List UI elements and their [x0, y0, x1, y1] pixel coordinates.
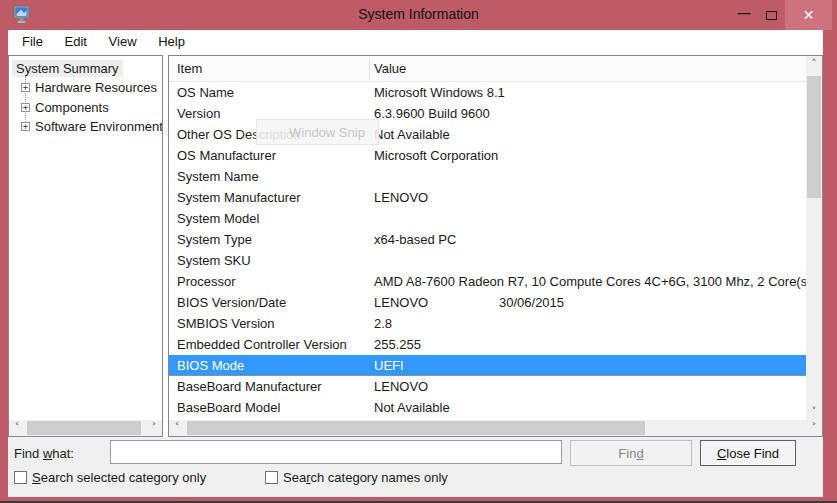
menu-view[interactable]: View: [100, 30, 146, 55]
titlebar[interactable]: System Information — ✕: [0, 0, 837, 30]
scrollbar-thumb[interactable]: [187, 421, 645, 435]
client-area: File Edit View Help System Summary + Har…: [8, 30, 823, 497]
checkbox-unchecked-icon[interactable]: [14, 471, 27, 484]
menu-edit[interactable]: Edit: [56, 30, 96, 55]
menu-help[interactable]: Help: [149, 30, 194, 55]
table-row[interactable]: ProcessorAMD A8-7600 Radeon R7, 10 Compu…: [169, 271, 806, 292]
expand-plus-icon[interactable]: +: [21, 103, 30, 112]
column-header-value[interactable]: Value: [374, 61, 406, 76]
scroll-left-icon[interactable]: ˂: [169, 420, 185, 436]
table-row[interactable]: System Name: [169, 166, 806, 187]
scroll-down-icon[interactable]: ˅: [806, 404, 822, 420]
tree-item-software-environment[interactable]: + Software Environment: [9, 119, 162, 136]
find-panel: Find what: Find Close Find Search select…: [8, 437, 823, 497]
find-input[interactable]: [110, 440, 562, 464]
snip-tooltip-ghost: Window Snip: [256, 119, 379, 145]
table-row[interactable]: BaseBoard ModelNot Available: [169, 397, 806, 418]
tree-horizontal-scrollbar[interactable]: ˂ ˃: [9, 420, 162, 436]
tree-item-hardware-resources[interactable]: + Hardware Resources: [9, 80, 162, 97]
scroll-left-icon[interactable]: ˂: [9, 420, 25, 436]
scroll-right-icon[interactable]: ˃: [806, 420, 822, 436]
menu-file[interactable]: File: [13, 30, 52, 55]
minimize-icon: —: [738, 5, 749, 20]
tree-item-components[interactable]: + Components: [9, 100, 162, 117]
close-button[interactable]: ✕: [785, 0, 832, 30]
table-row[interactable]: Embedded Controller Version255.255: [169, 334, 806, 355]
details-horizontal-scrollbar[interactable]: ˂ ˃: [169, 420, 822, 436]
expand-plus-icon[interactable]: +: [21, 83, 30, 92]
table-row[interactable]: SMBIOS Version2.8: [169, 313, 806, 334]
close-find-button[interactable]: Close Find: [700, 440, 796, 466]
details-pane: Item Value Window Snip OS NameMicrosoft …: [168, 55, 823, 437]
table-row[interactable]: BaseBoard ManufacturerLENOVO: [169, 376, 806, 397]
menu-bar: File Edit View Help: [8, 30, 823, 55]
column-separator[interactable]: [369, 59, 370, 79]
scroll-up-icon[interactable]: ˄: [806, 56, 822, 72]
table-row-selected[interactable]: BIOS ModeUEFI: [169, 355, 806, 376]
column-header-item[interactable]: Item: [177, 61, 202, 76]
category-tree-pane: System Summary + Hardware Resources + Co…: [8, 55, 163, 437]
search-selected-category-option[interactable]: Search selected category only: [14, 470, 206, 488]
maximize-button[interactable]: [757, 0, 785, 30]
table-row[interactable]: System ManufacturerLENOVO: [169, 187, 806, 208]
minimize-button[interactable]: —: [729, 0, 757, 30]
system-information-window: System Information — ✕ File Edit View He…: [0, 0, 837, 503]
checkbox-unchecked-icon[interactable]: [265, 471, 278, 484]
scrollbar-thumb[interactable]: [807, 76, 821, 198]
table-row[interactable]: System SKU: [169, 250, 806, 271]
table-row[interactable]: BIOS Version/DateLENOVO30/06/2015: [169, 292, 806, 313]
find-what-label: Find what:: [14, 446, 74, 461]
table-row[interactable]: System Typex64-based PC: [169, 229, 806, 250]
tree-item-system-summary[interactable]: System Summary: [12, 60, 123, 77]
maximize-icon: [766, 11, 777, 20]
table-row[interactable]: OS NameMicrosoft Windows 8.1: [169, 82, 806, 103]
table-row[interactable]: OS ManufacturerMicrosoft Corporation: [169, 145, 806, 166]
table-row[interactable]: System Model: [169, 208, 806, 229]
details-vertical-scrollbar[interactable]: ˄ ˅: [806, 56, 822, 420]
window-title: System Information: [0, 6, 837, 22]
close-icon: ✕: [803, 7, 815, 23]
scroll-right-icon[interactable]: ˃: [146, 420, 162, 436]
scrollbar-thumb[interactable]: [27, 421, 141, 435]
expand-plus-icon[interactable]: +: [21, 122, 30, 131]
table-header: Item Value: [169, 56, 806, 82]
find-button[interactable]: Find: [570, 440, 692, 466]
search-category-names-option[interactable]: Search category names only: [265, 470, 448, 488]
